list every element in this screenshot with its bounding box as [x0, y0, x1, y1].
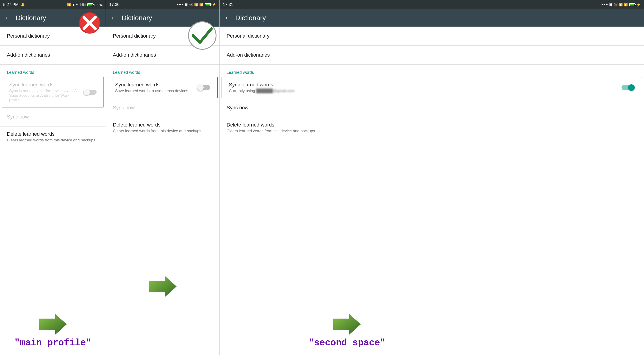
content-2: Personal dictionary Add-on dictionaries … — [106, 26, 220, 355]
svg-marker-6 — [333, 314, 361, 335]
profile-label-1: "main profile" — [14, 338, 91, 348]
dots-icon-3 — [602, 4, 608, 5]
sync-toggle-1[interactable] — [83, 89, 96, 96]
sync-toggle-2[interactable] — [197, 84, 210, 91]
wifi-icon-3: 📶 — [619, 3, 623, 6]
app-title-2: Dictionary — [122, 14, 152, 22]
email-display: ██████@gmail.com — [256, 89, 294, 93]
personal-dictionary-label-3: Personal dictionary — [226, 33, 637, 39]
sync-item-text-3: Sync learned words Currently using █████… — [229, 82, 618, 93]
check-mark-icon — [187, 21, 217, 50]
mute-icon: 🔕 — [189, 3, 193, 6]
svg-marker-3 — [39, 314, 67, 335]
toggle-thumb-1 — [84, 89, 90, 95]
dot2-3 — [604, 4, 605, 5]
delete-title-3: Delete learned words — [226, 122, 637, 128]
delete-item-2[interactable]: Delete learned words Clears learned word… — [106, 117, 220, 138]
battery-pct: 100% — [94, 3, 102, 7]
x-mark-overlay — [78, 11, 101, 34]
learned-words-header-2: Learned words — [106, 65, 220, 77]
signal-icon-2: 📶 — [199, 3, 203, 6]
panel-1: 5:27 PM 🔔 📶 T-Mobile 100% ← Dictionary — [0, 0, 106, 355]
addon-dictionaries-item-3[interactable]: Add-on dictionaries — [220, 46, 644, 65]
sim-icon-3: 📋 — [609, 3, 612, 6]
status-bar-right: 📶 T-Mobile 100% — [67, 2, 102, 7]
sync-now-item-1: Sync now — [0, 107, 106, 126]
dot1 — [177, 4, 178, 5]
toggle-thumb-3 — [628, 84, 634, 91]
back-button-1[interactable]: ← — [4, 14, 11, 21]
signal-icon: 📶 — [67, 2, 71, 7]
dot3-3 — [606, 4, 608, 5]
addon-dictionaries-label-3: Add-on dictionaries — [226, 52, 637, 58]
addon-dictionaries-label-1: Add-on dictionaries — [7, 52, 99, 58]
back-button-3[interactable]: ← — [224, 14, 231, 21]
bottom-area-1: "main profile" — [14, 314, 91, 348]
x-mark-icon — [78, 11, 101, 34]
delete-item-3[interactable]: Delete learned words Clears learned word… — [220, 117, 644, 138]
sync-item-2[interactable]: Sync learned words Save learned words to… — [108, 77, 218, 98]
signal-icon-3: 📶 — [624, 3, 628, 6]
addon-dictionaries-item-1[interactable]: Add-on dictionaries — [0, 46, 106, 65]
time-display: 5:27 PM — [3, 2, 18, 7]
status-bar-3-right: 📋 🔕 📶 📶 ⚡ — [602, 2, 641, 7]
sync-now-item-3[interactable]: Sync now — [220, 98, 644, 117]
currently-using-text: Currently using — [229, 89, 255, 93]
arrow-icon-2 — [149, 276, 176, 297]
sync-item-subtitle-3: Currently using ██████@gmail.com — [229, 89, 618, 93]
dot3 — [182, 4, 183, 5]
learned-words-label-2: Learned words — [113, 70, 140, 75]
sync-now-label-1: Sync now — [7, 114, 99, 120]
bottom-area-3: "second space" — [308, 314, 386, 348]
dots-icon — [177, 4, 183, 5]
svg-marker-5 — [149, 276, 176, 297]
sync-now-item-2: Sync now — [106, 98, 220, 117]
time-display-3: 17:31 — [223, 2, 233, 7]
addon-dictionaries-label-2: Add-on dictionaries — [113, 52, 212, 58]
app-container: 5:27 PM 🔔 📶 T-Mobile 100% ← Dictionary — [0, 0, 644, 355]
learned-words-header-1: Learned words — [0, 65, 106, 77]
learned-words-header-3: Learned words — [220, 65, 644, 77]
sync-toggle-3[interactable] — [622, 84, 635, 91]
arrow-icon-3 — [333, 314, 361, 335]
bottom-area-2 — [149, 276, 176, 298]
toggle-thumb-2 — [197, 84, 204, 91]
delete-subtitle-1: Clears learned words from this device an… — [7, 138, 99, 143]
arrow-icon-1 — [39, 314, 67, 335]
time-display-2: 17:30 — [109, 2, 120, 7]
delete-title-1: Delete learned words — [7, 131, 99, 137]
content-3: Personal dictionary Add-on dictionaries … — [220, 26, 644, 355]
dot1-3 — [602, 4, 603, 5]
status-bar-left: 5:27 PM 🔔 — [3, 2, 25, 7]
back-button-2[interactable]: ← — [110, 14, 117, 21]
status-bar-2-right: 📋 🔕 📶 📶 ⚡ — [177, 2, 216, 7]
sync-item-title-1: Sync learned words — [9, 82, 80, 88]
mute-icon-3: 🔕 — [614, 3, 618, 6]
battery-icon-3 — [629, 3, 635, 6]
delete-subtitle-2: Clears learned words from this device an… — [113, 129, 212, 133]
dot2 — [179, 4, 181, 5]
status-bar-2-left: 17:30 — [109, 2, 120, 7]
sync-item-1[interactable]: Sync learned words Sync is not available… — [2, 77, 104, 107]
app-title-3: Dictionary — [235, 14, 266, 22]
status-bar-1: 5:27 PM 🔔 📶 T-Mobile 100% — [0, 0, 106, 9]
delete-title-2: Delete learned words — [113, 122, 212, 128]
delete-item-1[interactable]: Delete learned words Clears learned word… — [0, 126, 106, 147]
sync-item-title-3: Sync learned words — [229, 82, 618, 88]
panel-2: 17:30 📋 🔕 📶 📶 ⚡ — [106, 0, 220, 355]
delete-subtitle-3: Clears learned words from this device an… — [226, 129, 637, 133]
sync-item-subtitle-2: Save learned words to use across devices — [115, 89, 193, 93]
charging-icon: ⚡ — [212, 2, 216, 7]
personal-dictionary-item-3[interactable]: Personal dictionary — [220, 26, 644, 46]
learned-words-label-1: Learned words — [7, 70, 34, 75]
sync-item-title-2: Sync learned words — [115, 82, 193, 88]
wifi-icon: 📶 — [194, 3, 198, 6]
sync-item-3[interactable]: Sync learned words Currently using █████… — [222, 77, 642, 98]
app-title-1: Dictionary — [16, 14, 46, 22]
battery-icon-2 — [205, 3, 211, 6]
content-1: Personal dictionary Add-on dictionaries … — [0, 26, 106, 355]
sync-now-label-3[interactable]: Sync now — [226, 105, 637, 111]
sim-icon: 📋 — [184, 3, 188, 6]
notification-icon: 🔔 — [21, 3, 25, 6]
status-bar-3: 17:31 📋 🔕 📶 📶 ⚡ — [220, 0, 644, 9]
